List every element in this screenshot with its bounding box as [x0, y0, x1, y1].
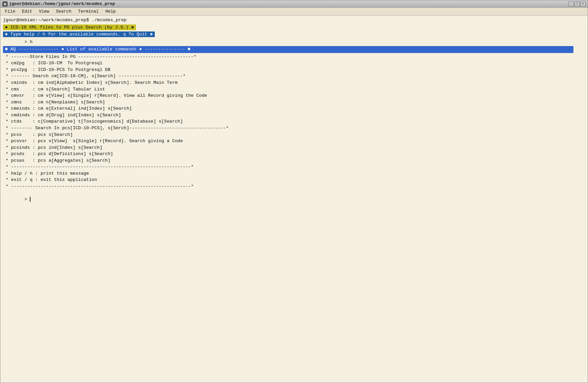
line-15: * pcsinds : pcs ind[Index] s[Search] — [3, 144, 585, 151]
line-20: * exit / q : exit this application — [3, 177, 585, 183]
line-3: * pcs2pg : ICD-10-PCS To Postgresql DB — [3, 67, 585, 73]
line-5: * cminds : cm ind[Alphabetic Index] s[Se… — [3, 80, 585, 86]
line-16: * pcsds : pcs d[Definitions] s[Search] — [3, 151, 585, 157]
menu-view[interactable]: View — [35, 8, 52, 15]
line-17: * pcsas : pcs a[Aggregates] s[Search] — [3, 157, 585, 164]
menu-terminal[interactable]: Terminal — [75, 8, 102, 15]
menu-file[interactable]: File — [2, 8, 19, 15]
line-18: * --------------------------------------… — [3, 164, 585, 170]
icd-banner: ✱ ICD-10 XML files to PG plus Search (by… — [3, 25, 585, 31]
line-1: * -------Store Files In PG -------------… — [3, 54, 585, 60]
window-controls[interactable]: _ □ × — [568, 2, 586, 6]
terminal-icon: ▣ — [2, 1, 8, 7]
user-input-h: > h — [3, 39, 585, 45]
terminal-body[interactable]: jgour@debian:~/work/mcodes_prep$ ./mcode… — [0, 16, 588, 383]
line-10: * cmdinds : cm d[Drug] ind[Index] s[Sear… — [3, 112, 585, 119]
line-8: * cmns : cm n[Neoplasms] s[Search] — [3, 99, 585, 106]
line-14: * pcsvsr : pcs v[View] s[Single] r[Recor… — [3, 138, 585, 144]
close-button[interactable]: × — [580, 2, 586, 6]
menu-bar: File Edit View Search Terminal Help — [0, 8, 588, 16]
terminal-window: ▣ jgour@debian:/home/jgour/work/mcodes_p… — [0, 0, 588, 383]
menu-edit[interactable]: Edit — [19, 8, 35, 15]
line-19: * help / h : print this message — [3, 170, 585, 177]
menu-search[interactable]: Search — [53, 8, 75, 15]
help-banner: ✱ Type help / h for the available comman… — [3, 31, 585, 38]
title-bar: ▣ jgour@debian:/home/jgour/work/mcodes_p… — [0, 0, 588, 8]
maximize-button[interactable]: □ — [574, 2, 580, 6]
line-22 — [3, 190, 585, 196]
line-4: * ------- Search cm[ICD-10-CM], s[Search… — [3, 73, 585, 80]
minimize-button[interactable]: _ — [568, 2, 574, 6]
window-title: jgour@debian:/home/jgour/work/mcodes_pre… — [9, 1, 115, 6]
line-11: * ctds : c[Comparative] t[Toxicogenomics… — [3, 118, 585, 125]
title-bar-left: ▣ jgour@debian:/home/jgour/work/mcodes_p… — [2, 1, 115, 7]
line-21: * --------------------------------------… — [3, 183, 585, 190]
line-2: * cm2pg : ICD-10-CM To Postgresql — [3, 60, 585, 67]
ao-bar: ■ AQ --------------- ● List of available… — [3, 46, 585, 53]
menu-help[interactable]: Help — [102, 8, 119, 15]
line-9: * cmeinds : cm e[External] ind[Index] s[… — [3, 105, 585, 112]
icd-banner-text: ✱ ICD-10 XML files to PG plus Search (by… — [3, 25, 136, 30]
ao-bar-text: ■ AQ --------------- ● List of available… — [3, 46, 573, 53]
line-7: * cmvsr : cm v[View] s[Single] r[Record]… — [3, 92, 585, 99]
help-banner-text: ✱ Type help / h for the available comman… — [3, 31, 155, 37]
final-prompt[interactable]: > — [3, 196, 585, 203]
line-6: * cms : cm s[Search] Tabular List — [3, 86, 585, 93]
line-12: * -------- Search In pcs[ICD-10-PCS], s[… — [3, 125, 585, 132]
line-13: * pcss : pcs s[Search] — [3, 132, 585, 138]
initial-prompt: jgour@debian:~/work/mcodes_prep$ ./mcode… — [3, 17, 585, 24]
